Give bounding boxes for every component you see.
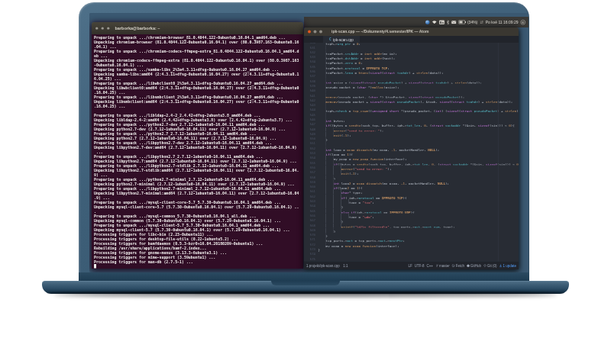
status-item-utf-8[interactable]: UTF-8 [415,264,425,268]
status-item-label: GitHub [470,264,481,268]
terminal-line: Unpacking mysql-client-core-5.7 (5.7.30-… [94,205,301,209]
battery-icon[interactable] [458,21,465,24]
terminal-cursor [94,264,96,269]
sync-arrows-icon[interactable] [480,21,483,24]
terminal-maximize-button[interactable] [107,27,110,30]
terminal-line: Unpacking libpython2.7-dev:amd64 (2.7.12… [94,145,301,150]
terminal-cursor-line [94,264,301,269]
laptop-lid-notch [271,281,340,285]
terminal-titlebar[interactable]: barborka@barborka: ~ [92,22,303,34]
terminal-line: Unpacking chromium-browser (81.0.4044.12… [94,40,301,44]
wifi-icon[interactable] [432,21,437,24]
status-item-label: UTF-8 [415,264,425,268]
tab-ipk-scan[interactable]: C ipk-scan.cpp [323,36,360,43]
terminal-close-button[interactable] [95,27,99,30]
bluetooth-icon[interactable] [447,20,449,24]
terminal-line: Unpacking libpython2.7-minimal:amd64 (2.… [94,191,301,195]
status-item-c-[interactable]: C++ [426,264,433,268]
laptop-lid: En (34%) Po kvě 11 16:09:29 ⚙ [79,2,529,281]
status-item-lf[interactable]: LF [408,264,412,268]
keyboard-layout-indicator[interactable]: En [439,20,445,24]
battery-percent: (34%) [467,20,477,24]
terminal-output[interactable]: Preparing to unpack .../chromium-browser… [92,34,303,269]
mail-icon[interactable] [451,21,457,24]
editor-minimize-button[interactable] [314,31,317,34]
editor-window-title: ipk-scan.cpp — ~/Dokumenty/4.semester/IP… [331,29,428,34]
laptop-screen: En (34%) Po kvě 11 16:09:29 ⚙ [89,13,529,272]
github-icon [467,264,470,268]
editor-titlebar[interactable]: ipk-scan.cpp — ~/Dokumenty/4.semester/IP… [304,27,519,36]
desktop-wallpaper: En (34%) Po kvě 11 16:09:29 ⚙ [89,13,529,272]
editor-close-button[interactable] [308,31,311,34]
editor-window: ipk-scan.cpp — ~/Dokumenty/4.semester/IP… [304,27,519,269]
editor-maximize-button[interactable] [319,31,322,34]
status-item-1-update[interactable]: 1 update [499,264,516,268]
status-cursor-position[interactable]: 1:1 [343,264,348,268]
status-item-label: LF [408,264,412,268]
terminal-minimize-button[interactable] [102,27,105,30]
cpp-file-icon: C [329,37,331,41]
fetch-icon [452,264,455,268]
status-item-label: Git (0) [487,264,497,268]
session-gear-icon[interactable]: ⚙ [521,20,526,25]
terminal-line: Unpacking samba-libs:amd64 (2:4.3.11+dfs… [94,72,301,76]
terminal-title: barborka@barborka: ~ [115,26,160,31]
terminal-line: Preparing to unpack .../chromium-codecs-… [94,49,301,53]
laptop-hinge [79,272,529,281]
app-indicator-icon[interactable] [425,20,430,24]
terminal-window: barborka@barborka: ~ Preparing to unpack… [92,22,303,269]
code-line: 575 [304,256,519,261]
status-item-label: C++ [426,264,433,268]
status-item-master[interactable]: master [435,264,450,268]
panel-clock[interactable]: Po kvě 11 16:09:29 [486,20,519,24]
branch-icon [435,264,438,268]
status-item-label: master [439,264,450,268]
terminal-line: Unpacking libpython2.7-stdlib:amd64 (2.7… [94,168,301,172]
status-item-fetch[interactable]: Fetch [452,264,464,268]
laptop-base [42,281,569,294]
wrap-guide [498,43,499,262]
status-item-github[interactable]: GitHub [467,264,481,268]
laptop-base-shadow [53,293,558,297]
status-item-label: 1 update [503,264,516,268]
git-icon [483,264,487,268]
ubuntu-top-panel: En (34%) Po kvě 11 16:09:29 ⚙ [304,17,529,27]
status-item-git-0-[interactable]: Git (0) [483,264,497,268]
status-file-path[interactable]: 1.projekt/ipk-scan.cpp [306,264,340,268]
tab-label: ipk-scan.cpp [333,37,354,42]
line-number: 575 [304,256,318,261]
status-item-label: Fetch [456,264,464,268]
editor-status-bar: 1.projekt/ipk-scan.cpp 1:1 LFUTF-8C++mas… [304,262,519,270]
editor-tab-bar: C ipk-scan.cpp [304,36,519,43]
download-icon [499,264,502,268]
code-editor[interactable]: 530tcph->urg_ptr = 0;531532tcpPacket.src… [304,43,519,262]
